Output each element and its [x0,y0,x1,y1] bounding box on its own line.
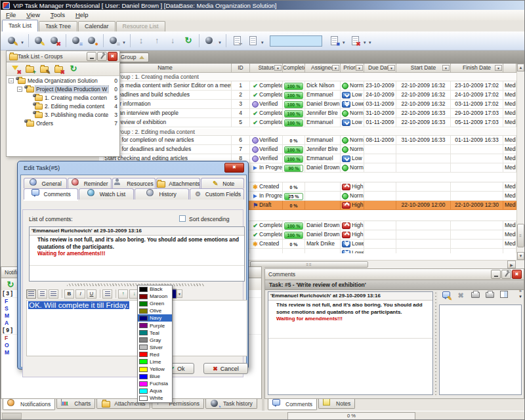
color-option-blue[interactable]: Blue [138,373,172,380]
move-down-button[interactable]: ↓ [165,33,180,48]
dropdown-caret-icon[interactable]: ▼ [122,41,126,45]
dialog-comment-list[interactable]: 'Emmanuel Rurichovich' at 29-10-2009 13:… [29,226,245,282]
task-row[interactable]: Check for completion of new articles6Ver… [99,136,516,145]
task-row[interactable]: Write review of exhibition5✔Completed100… [99,118,516,127]
refresh-button[interactable]: ↻ [181,33,196,48]
group-header[interactable]: Task Group : 1. Creating media content [99,73,516,81]
dialog-tab-comments[interactable]: Comments [24,188,78,200]
tree-item[interactable]: Orders7 [7,119,119,127]
filter-dropdown-icon[interactable]: ▼ [495,65,502,71]
align-center-button[interactable] [37,289,47,299]
task-row[interactable]: Discuss media content with Senior Editor… [99,81,516,91]
grid-vertical-scrollbar[interactable]: ▲ ≡ ▼ [516,64,525,260]
toolbar-overflow-icon[interactable]: »▾ [519,289,522,299]
bold-button[interactable]: B [64,289,74,299]
bottom-tab-comments[interactable]: Comments [268,399,317,410]
minimize-button[interactable] [87,52,96,61]
underline-button[interactable]: U [87,289,96,299]
hierarchy-button[interactable]: ≡ [107,33,121,48]
color-option-white[interactable]: White [138,394,172,402]
filter-button[interactable]: ■ [203,33,217,48]
color-option-silver[interactable]: Silver [138,344,172,351]
dialog-tab-history[interactable]: History [135,188,189,200]
print-button[interactable] [469,289,482,301]
print-preview-button[interactable] [483,289,496,301]
column-header-complete[interactable]: Complete [283,64,305,73]
dropdown-caret-icon[interactable]: ▼ [363,41,367,45]
color-option-olive[interactable]: Olive [138,307,172,314]
column-header-status[interactable]: Status▼ [250,64,283,73]
color-option-navy[interactable]: Navy [138,314,172,322]
hscroll-thumb[interactable]: ≡≡ [250,261,368,268]
menu-view[interactable]: View [21,10,45,20]
task-row[interactable]: Check for deadlines and schedules7Verifi… [99,145,516,154]
delete-folder-button[interactable]: ✖ [52,63,66,75]
bullet-list-button[interactable] [102,289,112,299]
color-option-aqua[interactable]: Aqua [138,387,172,394]
expand-rows-button[interactable]: ↕ [134,33,148,48]
edit-folder-button[interactable]: ✎ [38,63,51,75]
color-option-red[interactable]: Red [138,351,172,358]
comments-list[interactable]: 'Emmanuel Rurichovich' at 29-10-2009 13:… [268,291,433,395]
bottom-tab-notes[interactable]: Notes [318,399,355,409]
color-option-lime[interactable]: Lime [138,358,172,366]
column-header-finish-date[interactable]: Finish Date▼ [451,64,503,73]
add-folder-button[interactable]: + [24,63,37,75]
dialog-close-icon[interactable]: ✖ [224,163,244,173]
align-left-button[interactable] [26,289,36,299]
delete-comment-button[interactable]: ✖ [454,289,467,301]
minimize-button[interactable] [491,270,501,279]
clear-filter-button[interactable]: ✖ [348,33,362,48]
tree-item[interactable]: 1. Creating media conten5 [7,93,119,102]
filter-clear-button[interactable]: ✖ [9,63,22,75]
dialog-tab-custom-fields[interactable]: ⚙Custom Fields [190,188,244,200]
dropdown-caret-icon[interactable]: ▼ [218,41,222,45]
font-color-caret-icon[interactable]: ▼ [177,289,182,298]
reminder-task-button[interactable]: ● [85,33,100,48]
tab-task-list[interactable]: Task List [2,20,38,32]
sort-descending-checkbox[interactable] [179,215,186,222]
dropdown-caret-icon[interactable]: ▼ [261,41,264,45]
save-filter-button[interactable]: ■ [327,33,341,48]
filter-dropdown-icon[interactable]: ▼ [332,65,339,71]
color-option-maroon[interactable]: Maroon [138,293,172,300]
dialog-tab-note[interactable]: ✎Note [201,178,244,188]
font-grow-button[interactable]: ↑ [118,289,128,299]
tab-calendar[interactable]: Calendar [78,21,116,32]
scroll-right-button[interactable]: ▶ [507,261,516,268]
color-option-green[interactable]: Green [138,300,172,307]
column-header-assigned[interactable]: Assigned▼ [305,64,341,73]
edit-task-button[interactable]: ✎ [32,33,47,48]
italic-button[interactable]: I [75,289,85,299]
add-comment-button[interactable]: ✎ [440,289,453,301]
dialog-tab-reminder[interactable]: Reminder [68,178,111,188]
bottom-tab-notifications[interactable]: Notifications [3,399,55,410]
toolbar-overflow-caret-icon[interactable]: ▼ [368,41,372,45]
pin-button[interactable] [97,52,107,61]
task-row[interactable]: Get deadlines and build schedules2✔Compl… [99,91,516,100]
dialog-tab-general[interactable]: General [24,178,67,188]
tree-item[interactable]: 2. Editing media content4 [7,102,119,110]
column-header-due-date[interactable]: Due Date▼ [364,64,396,73]
tree-item[interactable]: −Media Organization Solution0 [7,76,119,85]
filter-dropdown-icon[interactable]: ▼ [356,65,363,71]
column-header-priority[interactable]: Priority▼ [341,64,364,73]
move-up-button[interactable]: ↑ [150,33,164,48]
color-option-purple[interactable]: Purple [138,322,172,329]
dialog-tab-attachments[interactable]: Attachments [156,178,200,188]
pin-button[interactable] [501,270,511,279]
color-option-teal[interactable]: Teal [138,329,172,337]
scroll-down-button[interactable]: ▼ [517,252,524,260]
menu-file[interactable]: File [1,10,21,20]
dropdown-caret-icon[interactable]: ▼ [342,41,346,45]
task-row[interactable]: Gather information3Verified100 %Daniel B… [99,100,516,109]
delete-task-button[interactable]: ✖ [48,33,62,48]
color-option-black[interactable]: Black [138,285,172,293]
split-view-button[interactable] [497,289,511,301]
color-option-gray[interactable]: Gray [138,337,172,344]
filter-dropdown-icon[interactable]: ▼ [388,65,395,71]
dialog-tab-watch-list[interactable]: Watch List [79,188,133,200]
tab-resource-list[interactable]: Resource List [116,21,165,32]
tree-item[interactable]: 3. Publishing media conte3 [7,110,119,119]
refresh-button[interactable]: ↻ [67,63,80,75]
